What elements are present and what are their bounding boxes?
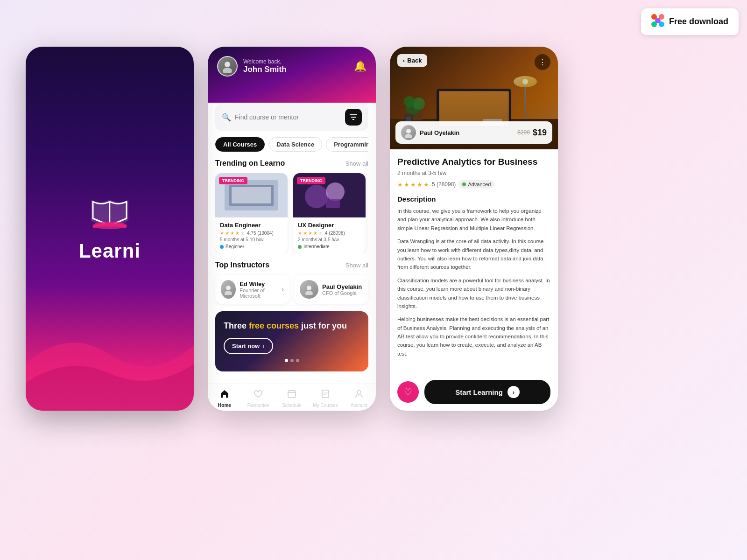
screen-detail: ‹ Back ⋮ Paul Oyelakin $299 $19 (390, 47, 558, 411)
welcome-text: Welcome back, (243, 58, 287, 65)
hero-instructor-bar: Paul Oyelakin $299 $19 (395, 121, 552, 144)
home-nav-icon (219, 389, 230, 401)
nav-schedule[interactable]: Schedule (275, 389, 309, 408)
header-top: Welcome back, John Smith 🔔 (217, 56, 366, 77)
svg-point-50 (405, 134, 412, 138)
back-arrow-icon: ‹ (403, 57, 405, 64)
instructor-name-detail: Paul Oyelakin (420, 129, 459, 136)
level-label: Advanced (468, 182, 491, 187)
svg-point-16 (305, 185, 328, 208)
app-name: Learni (79, 240, 141, 262)
instructor-avatar-2 (300, 280, 318, 299)
instructor-role-2: CFO of Google (322, 290, 362, 296)
svg-point-19 (226, 286, 231, 290)
heart-nav-icon (253, 389, 263, 401)
user-info: Welcome back, John Smith (217, 56, 287, 77)
svg-rect-14 (232, 187, 271, 203)
instructors-list: Ed Wiley Founder of Microsoft › Paul Oy (215, 275, 368, 304)
description-p4: Helping businesses make the best decisio… (397, 315, 550, 358)
search-bar: 🔍 (215, 104, 368, 131)
instructors-section: Top Instructors Show all Ed Wiley Founde… (215, 261, 368, 304)
promo-text: Three free courses just for you (224, 321, 360, 331)
favourite-button[interactable]: ♡ (397, 381, 419, 403)
avatar (217, 56, 238, 77)
nav-favourites[interactable]: Favourites (241, 389, 275, 408)
promo-start-button[interactable]: Start now › (224, 338, 273, 354)
user-name: John Smith (243, 65, 287, 74)
instructor-paul-oyelakin[interactable]: Paul Oyelakin CFO of Google (294, 275, 368, 304)
instructors-title: Top Instructors (215, 261, 269, 269)
instructor-ed-wiley[interactable]: Ed Wiley Founder of Microsoft › (215, 275, 289, 304)
promo-highlight: free courses (249, 321, 299, 330)
bell-icon[interactable]: 🔔 (354, 60, 366, 72)
course-card-ux-designer[interactable]: TRENDING UX Designer ★ ★ ★ ★ ★ 4 (28098)… (293, 173, 366, 253)
rating-count: 5 (28098) (432, 181, 456, 188)
nav-mycourses-label: My Courses (313, 403, 338, 408)
instructor-avatar-1 (221, 280, 236, 299)
splash-logo: Learni (79, 195, 141, 262)
description-p1: In this course, we give you a framework … (397, 207, 550, 232)
nav-account[interactable]: Account (342, 389, 376, 408)
stars-1: ★ ★ ★ ★ ★ 4.75 (13004) (220, 231, 283, 236)
tab-programming[interactable]: Programming (326, 137, 368, 152)
svg-rect-27 (322, 390, 329, 398)
back-button[interactable]: ‹ Back (397, 54, 427, 67)
book-icon (86, 195, 133, 232)
instructor-avatar-detail (401, 125, 416, 140)
svg-rect-4 (655, 18, 661, 23)
courses-row: TRENDING Data Engineer ★ ★ ★ ★ ★ 4.75 (1… (215, 173, 368, 253)
trending-badge-1: TRENDING (219, 177, 247, 184)
detail-body: Predictive Analytics for Business 2 mont… (390, 149, 558, 373)
tab-all-courses[interactable]: All Courses (215, 137, 265, 152)
svg-rect-18 (326, 199, 340, 208)
promo-banner: Three free courses just for you Start no… (215, 311, 368, 371)
start-arrow-icon: › (507, 386, 520, 398)
start-learning-button[interactable]: Start Learning › (424, 380, 550, 404)
course-detail-title: Predictive Analytics for Business (397, 157, 550, 167)
free-download-button[interactable]: Free download (641, 8, 739, 35)
course-duration: 2 months at 3-5 h/w (397, 170, 550, 176)
trending-show-all[interactable]: Show all (345, 160, 368, 167)
filter-button[interactable] (345, 109, 362, 126)
original-price: $299 (517, 129, 530, 136)
home-body: 🔍 All Courses Data Science Programming B… (208, 95, 376, 384)
nav-account-label: Account (351, 403, 367, 408)
detail-stars: ★ ★ ★ ★ ★ (397, 181, 429, 188)
course-meta-1: 5 months at 5-10 h/w (220, 237, 283, 242)
promo-dots (224, 359, 360, 362)
figma-icon (651, 14, 664, 29)
level-advanced-badge: Advanced (458, 180, 494, 189)
course-card-data-engineer[interactable]: TRENDING Data Engineer ★ ★ ★ ★ ★ 4.75 (1… (215, 173, 288, 253)
level-badge-1: Beginner (220, 244, 283, 249)
account-nav-icon (354, 389, 364, 401)
rating-row: ★ ★ ★ ★ ★ 5 (28098) Advanced (397, 180, 550, 189)
trending-header: Trending on Learno Show all (215, 159, 368, 168)
screen-splash: Learni (26, 47, 194, 411)
stars-2: ★ ★ ★ ★ ★ 4 (28098) (298, 231, 361, 236)
course-title-1: Data Engineer (220, 222, 283, 229)
home-header: Welcome back, John Smith 🔔 (208, 47, 376, 103)
description-p2: Data Wrangling is at the core of all dat… (397, 237, 550, 272)
instructors-show-all[interactable]: Show all (345, 262, 368, 269)
nav-fav-label: Favourites (247, 403, 269, 408)
more-options-button[interactable]: ⋮ (535, 54, 550, 70)
current-price: $19 (533, 128, 547, 138)
svg-point-20 (225, 291, 232, 295)
nav-my-courses[interactable]: My Courses (309, 389, 342, 408)
instructor-name-2: Paul Oyelakin (322, 283, 362, 290)
svg-point-49 (406, 129, 411, 133)
svg-point-6 (225, 62, 230, 67)
screens-container: Learni Welcome back, John Smith 🔔 (0, 0, 747, 560)
course-thumb-1: TRENDING (215, 173, 288, 217)
svg-point-7 (223, 68, 232, 73)
tab-data-science[interactable]: Data Science (268, 137, 322, 152)
search-icon: 🔍 (222, 113, 231, 122)
svg-point-30 (357, 391, 361, 394)
description-title: Description (397, 195, 550, 203)
nav-schedule-label: Schedule (282, 403, 302, 408)
svg-rect-23 (288, 391, 296, 398)
search-input[interactable] (235, 113, 341, 121)
svg-point-22 (305, 291, 313, 295)
nav-home[interactable]: Home (208, 389, 241, 408)
instructor-role-1: Founder of Microsoft (240, 287, 277, 299)
